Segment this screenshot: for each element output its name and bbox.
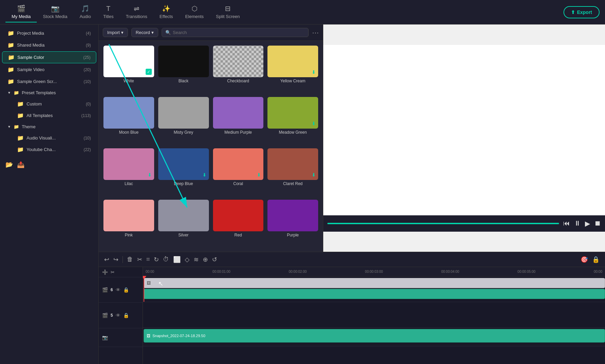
media-thumbnail xyxy=(213,200,264,231)
sidebar-label: Sample Color xyxy=(17,55,44,60)
sidebar-item-project-media[interactable]: 📁 Project Media (4) xyxy=(2,28,96,39)
media-grid: ✓WhiteBlackCheckboard⬇Yellow CreamMoon B… xyxy=(99,41,323,252)
snapshot-label: Snapshot_2022-07-24-18.29.50 xyxy=(152,334,205,338)
rotate-button[interactable]: ↻ xyxy=(154,256,159,263)
nav-item-effects[interactable]: ✨ Effects xyxy=(153,2,179,22)
sidebar-item-audio-visuali[interactable]: 📁 Audio Visuali... (10) xyxy=(12,132,96,144)
media-item-lilac[interactable]: ⬇Lilac xyxy=(101,146,156,198)
lock-icon[interactable]: 🔒 xyxy=(123,313,129,318)
import-label: Import xyxy=(107,30,120,35)
nav-item-my-media[interactable]: 🎬 My Media xyxy=(5,2,37,22)
stop-button[interactable]: ⏹ xyxy=(594,219,601,227)
nav-item-transitions[interactable]: ⇌ Transitions xyxy=(120,2,153,22)
nav-item-titles[interactable]: T Titles xyxy=(97,2,120,22)
media-thumbnail: ⬇ xyxy=(103,148,154,180)
media-item-deep-blue[interactable]: ⬇Deep Blue xyxy=(156,146,211,198)
media-item-misty-grey[interactable]: Misty Grey xyxy=(156,95,211,146)
media-thumbnail xyxy=(267,200,318,231)
eye-icon[interactable]: 👁 xyxy=(116,313,120,318)
lock-icon[interactable]: 🔒 xyxy=(123,287,129,293)
play-pause-button[interactable]: ⏸ xyxy=(574,219,581,227)
nav-item-audio[interactable]: 🎵 Audio xyxy=(73,2,97,22)
sidebar-item-all-templates[interactable]: 📁 All Templates (113) xyxy=(12,110,96,121)
cut-button[interactable]: ✂ xyxy=(137,256,142,263)
media-thumbnail xyxy=(103,97,154,129)
track-clip-gray[interactable]: 🖼 xyxy=(144,278,605,288)
sidebar-section-theme[interactable]: ▼ 📁 Theme xyxy=(2,122,96,132)
media-item-white[interactable]: ✓White xyxy=(101,44,156,95)
remove-track-button[interactable]: ✂ xyxy=(111,269,115,275)
media-thumbnail: ✓ xyxy=(103,46,154,77)
sidebar-count: (9) xyxy=(86,43,91,48)
redo-button[interactable]: ↪ xyxy=(113,256,118,263)
ruler-mark-6: 00:00 xyxy=(594,270,602,274)
track-6-row[interactable]: 🖼 ↖ xyxy=(143,277,605,302)
new-folder-button[interactable]: 📂 xyxy=(5,161,13,168)
sidebar-item-sample-color[interactable]: 📁 Sample Color (25) xyxy=(2,51,96,63)
speed-button[interactable]: ⊕ xyxy=(203,256,208,263)
nav-label-transitions: Transitions xyxy=(126,14,147,19)
chevron-down-icon: ▼ xyxy=(7,125,11,129)
search-bar[interactable]: 🔍 xyxy=(162,28,309,37)
sidebar-item-sample-green-scr[interactable]: 📁 Sample Green Scr... (10) xyxy=(2,76,96,87)
color-button[interactable]: ◇ xyxy=(185,256,190,263)
search-input[interactable] xyxy=(173,30,305,35)
step-back-button[interactable]: ⏮ xyxy=(563,219,570,227)
magnet-button[interactable]: 🎯 xyxy=(581,256,588,263)
download-badge: ⬇ xyxy=(148,172,152,178)
media-item-pink[interactable]: Pink xyxy=(101,198,156,249)
clip-snapshot[interactable]: 🖼 Snapshot_2022-07-24-18.29.50 xyxy=(144,329,605,343)
media-item-coral[interactable]: ⬇Coral xyxy=(211,146,266,198)
crop-button[interactable]: ⌗ xyxy=(146,256,150,263)
search-icon: 🔍 xyxy=(165,30,171,35)
export-button[interactable]: ⬆ Export xyxy=(563,6,600,18)
media-item-yellow-cream[interactable]: ⬇Yellow Cream xyxy=(265,44,320,95)
titles-icon: T xyxy=(106,5,110,13)
media-panel: Import ▾ Record ▾ 🔍 ⋯ ✓WhiteBlackChec xyxy=(99,24,323,252)
add-track-button[interactable]: ➕ xyxy=(102,269,108,275)
media-label: Coral xyxy=(233,181,243,186)
sidebar-item-youtube-cha[interactable]: 📁 Youtube Cha... (22) xyxy=(12,144,96,155)
audio-button[interactable]: ≋ xyxy=(194,256,199,263)
sidebar-item-custom[interactable]: 📁 Custom (0) xyxy=(12,98,96,110)
import-dropdown[interactable]: Import ▾ xyxy=(103,28,128,37)
reset-button[interactable]: ↺ xyxy=(212,256,217,263)
effects-icon: ✨ xyxy=(162,4,170,13)
nav-item-elements[interactable]: ⬡ Elements xyxy=(179,2,210,22)
sidebar-section-preset-templates[interactable]: ▼ 📁 Preset Templates xyxy=(2,88,96,98)
nav-item-stock-media[interactable]: 📷 Stock Media xyxy=(37,2,73,22)
track-snapshot-row[interactable]: 🖼 Snapshot_2022-07-24-18.29.50 xyxy=(143,328,605,346)
media-item-moon-blue[interactable]: Moon Blue xyxy=(101,95,156,146)
ruler-mark-1: 00:00:01:00 xyxy=(212,270,230,274)
media-item-black[interactable]: Black xyxy=(156,44,211,95)
delete-button[interactable]: 🗑 xyxy=(127,256,133,263)
media-item-meadow-green[interactable]: ⬇Meadow Green xyxy=(265,95,320,146)
track-number: 5 xyxy=(111,313,113,318)
eye-icon[interactable]: 👁 xyxy=(116,287,120,293)
record-dropdown[interactable]: Record ▾ xyxy=(131,28,158,37)
media-thumbnail: ⬇ xyxy=(267,97,318,129)
timeline-scrubber[interactable] xyxy=(327,223,559,224)
media-item-red[interactable]: Red xyxy=(211,198,266,249)
timeline-tracks[interactable]: 00:00 00:00:01:00 00:00:02:00 00:00:03:0… xyxy=(143,267,605,364)
media-item-claret-red[interactable]: ⬇Claret Red xyxy=(265,146,320,198)
nav-label-my-media: My Media xyxy=(12,14,31,19)
lock-button[interactable]: 🔒 xyxy=(592,256,600,263)
sidebar-item-shared-media[interactable]: 📁 Shared Media (9) xyxy=(2,39,96,51)
import-folder-button[interactable]: 📤 xyxy=(17,161,24,168)
track-clip-teal[interactable] xyxy=(144,289,605,299)
track-5-row[interactable] xyxy=(143,302,605,328)
nav-item-split-screen[interactable]: ⊟ Split Screen xyxy=(210,2,246,22)
undo-button[interactable]: ↩ xyxy=(104,256,109,263)
play-button[interactable]: ▶ xyxy=(585,219,590,228)
sidebar-item-sample-video[interactable]: 📁 Sample Video (20) xyxy=(2,64,96,75)
sidebar-label: Project Media xyxy=(17,31,44,36)
transform-button[interactable]: ⬜ xyxy=(173,256,181,263)
media-item-purple[interactable]: Purple xyxy=(265,198,320,249)
media-item-silver[interactable]: Silver xyxy=(156,198,211,249)
media-item-checkboard[interactable]: Checkboard xyxy=(211,44,266,95)
chevron-down-icon: ▼ xyxy=(7,91,11,95)
grid-options-button[interactable]: ⋯ xyxy=(312,29,319,37)
media-item-medium-purple[interactable]: Medium Purple xyxy=(211,95,266,146)
history-button[interactable]: ⏱ xyxy=(163,256,169,263)
